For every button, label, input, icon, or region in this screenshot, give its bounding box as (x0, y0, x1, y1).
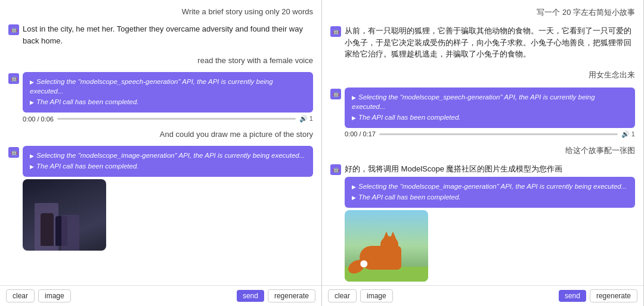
right-clear-button[interactable]: clear (328, 289, 357, 302)
bot-content-3: ▶Selecting the "modelscope_image-generat… (23, 146, 313, 251)
bot-message-3: 🤖 ▶Selecting the "modelscope_image-gener… (8, 146, 313, 251)
right-regen-button[interactable]: regenerate (590, 289, 637, 302)
right-chat-area: 写一个 20 字左右简短小故事 🤖 从前，有一只聪明的狐狸，它善于骗取其他动物的… (322, 0, 643, 285)
bot-cn-pretext: 好的，我将调用 ModelScope 魔搭社区的图片生成模型为您作画 (345, 163, 635, 175)
right-panel: 写一个 20 字左右简短小故事 🤖 从前，有一只聪明的狐狸，它善于骗取其他动物的… (322, 0, 644, 306)
left-chat-area: Write a brief story using only 20 words … (0, 0, 321, 285)
left-send-button[interactable]: send (237, 290, 264, 302)
audio-time-right: 0:00 / 0:17 (345, 130, 376, 138)
user-message-cn-3: 给这个故事配一张图 (330, 144, 635, 157)
generated-image-city (23, 179, 106, 251)
figure-2 (55, 216, 67, 246)
fox-image-canvas (345, 210, 428, 282)
left-image-button[interactable]: image (38, 289, 71, 302)
city-image-canvas (23, 179, 106, 251)
bot-message-cn-2: 🤖 ▶Selecting the "modelscope_speech-gene… (330, 88, 635, 138)
speech-api-block-left: ▶Selecting the "modelscope_speech-genera… (23, 72, 313, 113)
bot-content-cn-3: 好的，我将调用 ModelScope 魔搭社区的图片生成模型为您作画 ▶Sele… (345, 163, 635, 282)
bot-avatar-cn-2: 🤖 (330, 89, 341, 99)
audio-player-right[interactable]: 0:00 / 0:17 🔊 1 (345, 130, 635, 138)
fox-ear-right (389, 232, 397, 240)
user-message-cn-2: 用女生念出来 (330, 68, 635, 82)
bot-message-cn-3: 🤖 好的，我将调用 ModelScope 魔搭社区的图片生成模型为您作画 ▶Se… (330, 163, 635, 282)
figure-1 (41, 213, 54, 246)
generated-image-fox (345, 210, 428, 282)
audio-bar-left[interactable] (57, 118, 296, 120)
right-send-button[interactable]: send (559, 290, 586, 302)
audio-volume-right[interactable]: 🔊 1 (621, 130, 635, 138)
speech-api-block-right: ▶Selecting the "modelscope_speech-genera… (345, 88, 635, 128)
bot-content-2: ▶Selecting the "modelscope_speech-genera… (23, 72, 313, 123)
left-regen-button[interactable]: regenerate (268, 289, 315, 302)
user-message-cn-1: 写一个 20 字左右简短小故事 (330, 6, 635, 19)
image-api-block-right: ▶Selecting the "modelscope_image-generat… (345, 177, 635, 208)
bot-avatar-1: 🤖 (8, 24, 19, 35)
left-clear-button[interactable]: clear (6, 289, 35, 302)
audio-bar-right[interactable] (379, 133, 618, 135)
bot-avatar-cn-1: 🤖 (330, 26, 341, 37)
bot-avatar-3: 🤖 (8, 147, 19, 158)
image-api-block-left: ▶Selecting the "modelscope_image-generat… (23, 146, 313, 177)
bot-avatar-2: 🤖 (8, 73, 19, 84)
user-message-3: And could you draw me a picture of the s… (8, 129, 313, 140)
bot-cn-story-text: 从前，有一只聪明的狐狸，它善于骗取其他动物的食物。一天，它看到了一只可爱的小兔子… (345, 25, 635, 60)
right-image-button[interactable]: image (360, 289, 393, 302)
bot-message-2: 🤖 ▶Selecting the "modelscope_speech-gene… (8, 72, 313, 123)
audio-time-left: 0:00 / 0:06 (23, 115, 54, 123)
bot-avatar-cn-3: 🤖 (330, 164, 341, 175)
bot-content-cn-2: ▶Selecting the "modelscope_speech-genera… (345, 88, 635, 138)
bot-message-cn-1: 🤖 从前，有一只聪明的狐狸，它善于骗取其他动物的食物。一天，它看到了一只可爱的小… (330, 25, 635, 63)
bot-story-text: Lost in the city, he met her. Together t… (23, 23, 313, 46)
user-message-2: read the story with a female voice (8, 55, 313, 66)
user-message-1: Write a brief story using only 20 words (8, 6, 313, 17)
bot-message-1: 🤖 Lost in the city, he met her. Together… (8, 23, 313, 49)
left-panel: Write a brief story using only 20 words … (0, 0, 322, 306)
bot-content-1: Lost in the city, he met her. Together t… (23, 23, 313, 49)
right-footer: clear image send regenerate (322, 285, 643, 306)
audio-volume-left[interactable]: 🔊 1 (299, 115, 313, 123)
audio-player-left[interactable]: 0:00 / 0:06 🔊 1 (23, 115, 313, 123)
left-footer: clear image send regenerate (0, 285, 321, 306)
bot-content-cn-1: 从前，有一只聪明的狐狸，它善于骗取其他动物的食物。一天，它看到了一只可爱的小兔子… (345, 25, 635, 63)
